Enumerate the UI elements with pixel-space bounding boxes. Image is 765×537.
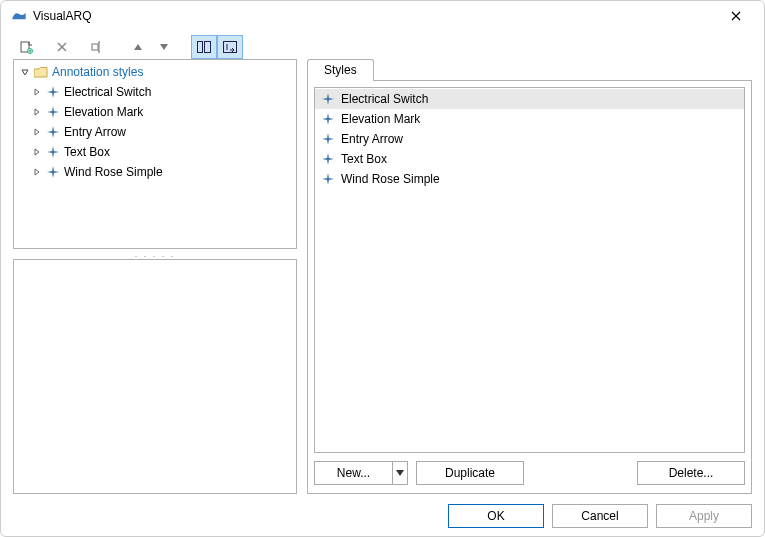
new-button-label: New... (337, 466, 370, 480)
annotation-icon (44, 166, 62, 178)
tab-styles[interactable]: Styles (307, 59, 374, 81)
list-item[interactable]: Wind Rose Simple (315, 169, 744, 189)
tree-item-label: Wind Rose Simple (62, 165, 163, 179)
cancel-button[interactable]: Cancel (552, 504, 648, 528)
styles-listbox[interactable]: Electrical Switch Elevation Mark Entry A… (314, 87, 745, 453)
svg-rect-2 (92, 44, 98, 50)
annotation-icon (44, 126, 62, 138)
expand-icon[interactable] (30, 85, 44, 99)
tree-item[interactable]: Elevation Mark (30, 102, 296, 122)
list-item[interactable]: Elevation Mark (315, 109, 744, 129)
tree-root-label: Annotation styles (50, 65, 143, 79)
cancel-label: Cancel (581, 509, 618, 523)
list-item[interactable]: Electrical Switch (315, 89, 744, 109)
expand-icon[interactable] (30, 165, 44, 179)
list-item-label: Wind Rose Simple (337, 172, 440, 186)
tree-item-label: Electrical Switch (62, 85, 151, 99)
tree-item[interactable]: Electrical Switch (30, 82, 296, 102)
ok-button[interactable]: OK (448, 504, 544, 528)
annotation-icon (319, 113, 337, 125)
svg-rect-5 (224, 42, 237, 53)
list-item-label: Entry Arrow (337, 132, 403, 146)
close-button[interactable] (714, 2, 758, 30)
annotation-icon (319, 93, 337, 105)
delete-style-button[interactable]: Delete... (637, 461, 745, 485)
new-dropdown-button[interactable] (392, 461, 408, 485)
move-up-button[interactable] (125, 35, 151, 59)
annotation-icon (44, 106, 62, 118)
list-item-label: Elevation Mark (337, 112, 420, 126)
apply-button: Apply (656, 504, 752, 528)
panels-view-button[interactable] (191, 35, 217, 59)
app-icon (11, 10, 27, 22)
tree-item-label: Text Box (62, 145, 110, 159)
tree-item-label: Entry Arrow (62, 125, 126, 139)
folder-icon (32, 67, 50, 78)
annotation-icon (319, 173, 337, 185)
svg-rect-4 (205, 42, 211, 53)
chevron-down-icon (396, 470, 404, 476)
svg-rect-3 (198, 42, 203, 53)
annotation-icon (44, 86, 62, 98)
style-tree[interactable]: Annotation styles Electrical Switch Elev… (13, 59, 297, 249)
delete-style-button-label: Delete... (669, 466, 714, 480)
list-item[interactable]: Text Box (315, 149, 744, 169)
annotation-icon (319, 153, 337, 165)
tree-item[interactable]: Wind Rose Simple (30, 162, 296, 182)
new-style-button[interactable] (13, 35, 39, 59)
annotation-icon (319, 133, 337, 145)
duplicate-button-label: Duplicate (445, 466, 495, 480)
tree-root-annotation-styles[interactable]: Annotation styles (14, 62, 296, 82)
window-title: VisualARQ (33, 9, 714, 23)
wizard-view-button[interactable] (217, 35, 243, 59)
tree-item[interactable]: Entry Arrow (30, 122, 296, 142)
apply-label: Apply (689, 509, 719, 523)
rename-button[interactable] (85, 35, 111, 59)
expand-icon[interactable] (30, 145, 44, 159)
new-button[interactable]: New... (314, 461, 392, 485)
expand-icon[interactable] (30, 105, 44, 119)
tree-item[interactable]: Text Box (30, 142, 296, 162)
delete-button[interactable] (49, 35, 75, 59)
annotation-icon (44, 146, 62, 158)
expand-icon[interactable] (30, 125, 44, 139)
list-item[interactable]: Entry Arrow (315, 129, 744, 149)
list-item-label: Text Box (337, 152, 387, 166)
tab-label: Styles (324, 63, 357, 77)
move-down-button[interactable] (151, 35, 177, 59)
preview-pane (13, 259, 297, 494)
collapse-icon[interactable] (18, 65, 32, 79)
ok-label: OK (487, 509, 504, 523)
list-item-label: Electrical Switch (337, 92, 428, 106)
tree-item-label: Elevation Mark (62, 105, 143, 119)
duplicate-button[interactable]: Duplicate (416, 461, 524, 485)
splitter-handle[interactable]: . . . . . (13, 249, 297, 259)
